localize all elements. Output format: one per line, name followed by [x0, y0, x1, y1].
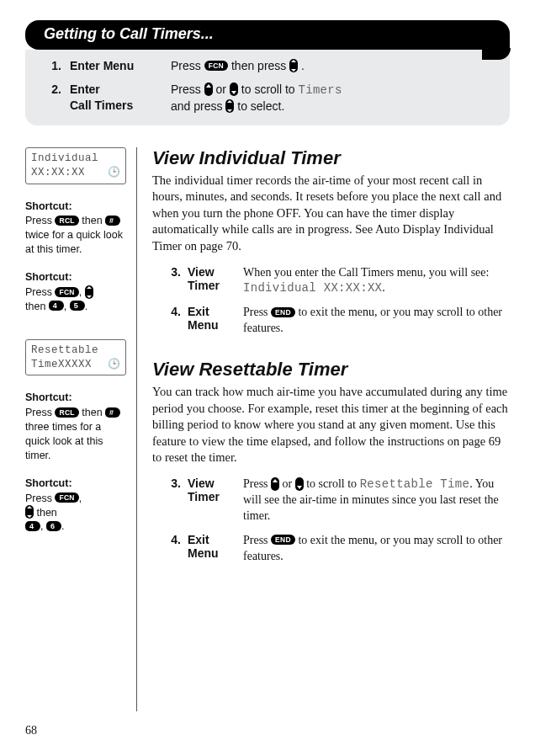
step-label: Exit Menu — [188, 305, 236, 337]
step-number: 3. — [167, 265, 181, 297]
header-step-2: 2. Enter Call Timers Press or to scroll … — [46, 82, 493, 115]
text: View — [188, 265, 215, 279]
text: Press — [171, 83, 204, 96]
paragraph: The individual timer records the air-tim… — [152, 173, 510, 255]
hash-key-icon: # — [105, 216, 120, 226]
text: , — [40, 520, 46, 532]
step-number: 4. — [167, 533, 181, 565]
text: , — [79, 286, 85, 298]
step-label: Enter Call Timers — [70, 82, 162, 115]
text: View — [188, 476, 215, 490]
scroll-key-icon — [85, 285, 93, 299]
text: Call Timers — [70, 98, 133, 112]
step-body: Press or to scroll to Resettable Time. Y… — [243, 476, 510, 524]
text: , — [64, 301, 70, 312]
step-number: 2. — [46, 82, 61, 115]
text: Exit — [188, 533, 209, 546]
text: Press — [243, 534, 271, 546]
shortcut-block: Shortcut: Press FCN, then 4, 6. — [25, 476, 126, 535]
phone-display-resettable: Resettable TimeXXXXX 🕒 — [25, 339, 126, 376]
step-label: View Timer — [188, 265, 236, 297]
text: Menu — [188, 318, 219, 332]
step-body: Press or to scroll to Timers and press t… — [171, 82, 493, 115]
text: Press — [171, 59, 204, 72]
scroll-key-icon — [225, 99, 234, 113]
text: then press — [231, 59, 289, 72]
text: or — [216, 83, 230, 96]
step-label: Enter Menu — [70, 58, 162, 75]
page-number: 68 — [25, 724, 37, 737]
text: Press — [243, 477, 271, 490]
lcd-text: Resettable Time — [360, 477, 470, 491]
section-title-resettable: View Resettable Timer — [152, 359, 510, 381]
text: Press — [25, 286, 55, 298]
hash-key-icon: # — [105, 407, 120, 418]
header-step-1: 1. Enter Menu Press FCN then press . — [46, 58, 493, 75]
shortcut-title: Shortcut: — [25, 391, 126, 405]
step-label: View Timer — [188, 476, 236, 524]
digit-key-icon: 6 — [46, 521, 61, 531]
main-content: View Individual Timer The individual tim… — [137, 147, 510, 711]
text: to scroll to — [306, 477, 359, 490]
step-row: 3. View Timer Press or to scroll to Rese… — [167, 476, 510, 524]
step-number: 4. — [167, 305, 181, 337]
lcd-text: Individual XX:XX:XX — [243, 281, 382, 295]
step-label: Exit Menu — [188, 533, 236, 565]
end-key-icon: END — [271, 535, 295, 545]
text: or — [283, 477, 295, 490]
fcn-key-icon: FCN — [204, 61, 228, 71]
step-row: 4. Exit Menu Press END to exit the menu,… — [167, 533, 510, 565]
step-row: 3. View Timer When you enter the Call Ti… — [167, 265, 510, 297]
text: Press — [25, 215, 55, 226]
text: . — [61, 520, 64, 532]
text: When you enter the Call Timers menu, you… — [243, 266, 489, 279]
down-key-icon — [230, 83, 238, 96]
text: to select. — [237, 99, 284, 113]
text: then — [25, 301, 49, 312]
text: then — [82, 215, 105, 226]
scroll-key-icon — [289, 59, 298, 72]
text: and press — [171, 99, 225, 113]
text: Exit — [188, 305, 209, 318]
lcd-line: Individual — [31, 152, 120, 166]
step-body: Press FCN then press . — [171, 58, 493, 75]
step-table: 3. View Timer Press or to scroll to Rese… — [167, 476, 510, 564]
section-title-individual: View Individual Timer — [152, 147, 510, 169]
shortcut-block: Shortcut: Press FCN, then 4, 5. — [25, 270, 126, 314]
text: Press — [25, 407, 55, 418]
header-steps: 1. Enter Menu Press FCN then press . 2. … — [25, 50, 510, 125]
lcd-line: XX:XX:XX 🕒 — [31, 166, 120, 180]
clock-icon: 🕒 — [108, 358, 121, 371]
text: Press — [25, 492, 55, 504]
fcn-key-icon: FCN — [55, 287, 78, 297]
lcd-line: TimeXXXXX 🕒 — [31, 358, 120, 372]
shortcut-block: Shortcut: Press RCL then # three times f… — [25, 391, 126, 462]
text: . — [301, 59, 305, 72]
step-table: 3. View Timer When you enter the Call Ti… — [167, 265, 510, 338]
text: Timer — [188, 279, 220, 292]
lcd-text: Timers — [299, 83, 342, 97]
text: Timer — [188, 490, 220, 503]
lcd-text: XX:XX:XX — [31, 167, 85, 178]
text: twice for a quick look at this timer. — [25, 229, 123, 255]
text: , — [79, 492, 82, 504]
text: three times for a quick look at this tim… — [25, 421, 103, 461]
rcl-key-icon: RCL — [55, 216, 78, 226]
text: Press — [243, 306, 271, 318]
text: . — [382, 281, 385, 294]
scroll-key-icon — [25, 505, 34, 519]
shortcut-title: Shortcut: — [25, 476, 126, 491]
digit-key-icon: 4 — [25, 521, 40, 531]
text: Enter — [70, 83, 100, 96]
step-body: When you enter the Call Timers menu, you… — [243, 265, 510, 297]
header-title: Getting to Call Timers... — [25, 20, 510, 50]
lcd-line: Resettable — [31, 343, 120, 358]
fcn-key-icon: FCN — [55, 492, 78, 503]
phone-display-individual: Individual XX:XX:XX 🕒 — [25, 147, 126, 184]
clock-icon: 🕒 — [108, 166, 121, 179]
lcd-text: TimeXXXXX — [31, 359, 92, 370]
sidebar: Individual XX:XX:XX 🕒 Shortcut: Press RC… — [25, 147, 137, 711]
digit-key-icon: 5 — [70, 301, 85, 311]
step-number: 3. — [167, 476, 181, 524]
rcl-key-icon: RCL — [55, 407, 78, 418]
